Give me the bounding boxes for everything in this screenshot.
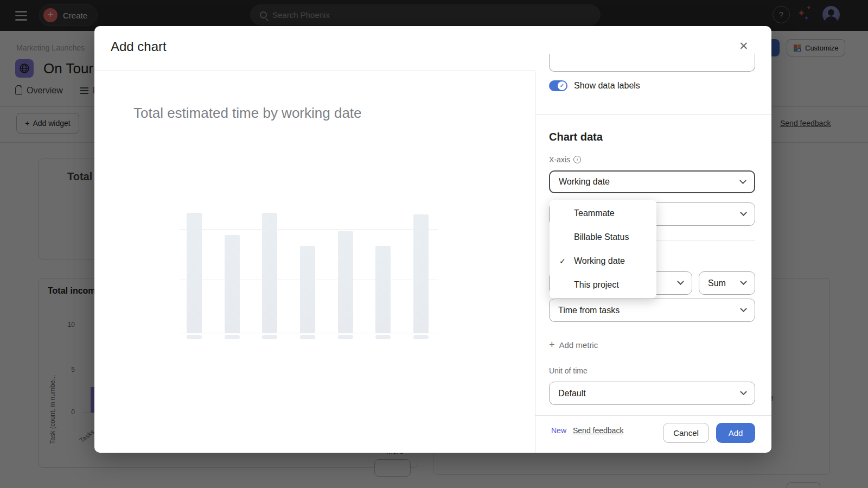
menu-item-this-project[interactable]: This project <box>550 273 656 297</box>
x-label-pill <box>375 335 391 339</box>
preview-bar <box>413 214 429 333</box>
chart-preview-title: Total estimated time by working date <box>133 105 362 122</box>
chart-preview-bars <box>187 211 429 333</box>
x-axis-dropdown[interactable]: Working date <box>549 170 755 193</box>
modal-title: Add chart <box>111 39 167 54</box>
menu-item-label: Teammate <box>574 208 615 218</box>
metric-dropdown[interactable]: Time from tasks <box>549 299 755 322</box>
chevron-down-icon <box>739 177 746 184</box>
divider <box>535 71 535 453</box>
divider <box>535 114 771 115</box>
menu-item-teammate[interactable]: Teammate <box>550 201 656 225</box>
preview-bar <box>262 213 277 333</box>
x-label-pill <box>413 335 429 339</box>
chevron-down-icon <box>740 209 747 216</box>
menu-item-label: This project <box>574 280 619 290</box>
x-axis-field-label: X-axis i <box>549 155 581 164</box>
check-icon: ✓ <box>559 257 574 265</box>
close-icon[interactable]: ✕ <box>739 40 749 52</box>
chevron-down-icon <box>740 388 747 395</box>
menu-item-label: Billable Status <box>574 232 629 242</box>
cancel-button[interactable]: Cancel <box>663 423 709 443</box>
gridline <box>179 333 438 333</box>
add-button[interactable]: Add <box>716 423 755 443</box>
chevron-down-icon <box>740 305 747 312</box>
menu-item-working-date[interactable]: ✓Working date <box>550 249 656 273</box>
chevron-down-icon <box>677 278 684 285</box>
send-feedback-link[interactable]: Send feedback <box>573 426 623 435</box>
unit-of-time-label: Unit of time <box>549 366 588 375</box>
x-label-pill <box>262 335 277 339</box>
section-heading: Chart data <box>549 131 603 143</box>
menu-item-label: Working date <box>574 256 625 266</box>
add-chart-modal: Add chart ✕ Total estimated time by work… <box>94 26 771 453</box>
preview-bar <box>187 213 202 333</box>
aggregation-dropdown[interactable]: Sum <box>699 271 755 295</box>
add-metric-button[interactable]: + Add metric <box>549 339 598 351</box>
new-badge: New <box>551 426 566 435</box>
divider <box>94 71 535 71</box>
preview-bar <box>300 246 315 333</box>
divider <box>535 415 771 416</box>
chevron-down-icon <box>740 278 747 285</box>
x-axis-options-menu: TeammateBillable Status✓Working dateThis… <box>550 200 656 299</box>
chart-preview-x-labels <box>187 335 429 339</box>
x-label-pill <box>338 335 353 339</box>
preview-bar <box>375 246 391 333</box>
preview-bar <box>338 231 353 333</box>
toggle-check-icon: ✓ <box>558 81 566 90</box>
unit-of-time-dropdown[interactable]: Default <box>549 382 755 405</box>
plus-icon: + <box>549 339 555 351</box>
toggle-label: Show data labels <box>574 81 640 91</box>
show-data-labels-toggle[interactable]: ✓ <box>549 80 567 91</box>
x-label-pill <box>300 335 315 339</box>
x-label-pill <box>225 335 240 339</box>
menu-item-billable-status[interactable]: Billable Status <box>550 225 656 249</box>
x-label-pill <box>187 335 202 339</box>
info-icon[interactable]: i <box>573 156 581 163</box>
chart-title-input[interactable] <box>549 54 755 72</box>
preview-bar <box>225 235 240 333</box>
